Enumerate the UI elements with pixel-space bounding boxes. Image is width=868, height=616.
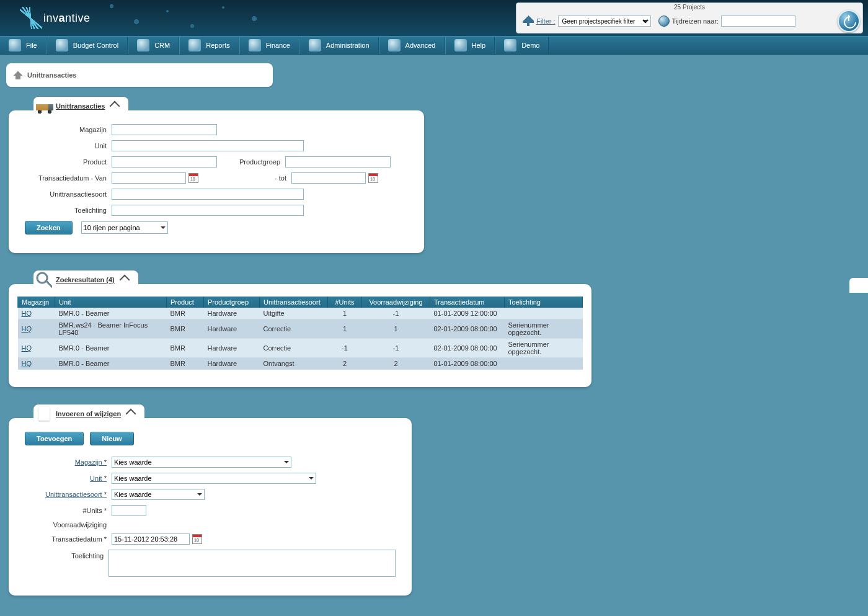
label-soort: Unittransactiesoort [25, 190, 112, 198]
cell-toelichting [505, 358, 583, 370]
cell-groep: Hardware [204, 319, 260, 339]
menu-help[interactable]: Help [445, 37, 495, 54]
col-datum[interactable]: Transactiedatum [430, 297, 505, 308]
advanced-icon [388, 39, 401, 51]
col-toelichting[interactable]: Toelichting [505, 297, 583, 308]
cell-unit: BMR.0 - Beamer [55, 339, 167, 358]
edit-panel: Toevoegen Nieuw Magazijn * Kies waarde U… [9, 418, 412, 596]
cell-product: BMR [167, 358, 204, 370]
label-product: Product [25, 158, 112, 166]
input-productgroep[interactable] [285, 156, 391, 167]
input-datum-tot[interactable] [291, 172, 366, 184]
cell-groep: Hardware [204, 308, 260, 319]
col-magazijn[interactable]: Magazijn [18, 297, 55, 308]
results-panel-title: Zoekresultaten (4) [56, 276, 115, 283]
input-edit-units[interactable] [112, 505, 146, 516]
menu-demo[interactable]: Demo [495, 37, 549, 54]
menu-reports[interactable]: Reports [179, 37, 239, 54]
finance-icon [249, 39, 261, 51]
table-row[interactable]: HQBMR.0 - BeamerBMRHardwareUitgifte1-101… [18, 308, 583, 319]
col-soort[interactable]: Unittransactiesoort [260, 297, 328, 308]
cell-toelichting: Serienummer opgezocht. [505, 319, 583, 339]
cell-unit: BMR.0 - Beamer [55, 308, 167, 319]
menu-advanced[interactable]: Advanced [379, 37, 445, 54]
select-edit-magazijn[interactable]: Kies waarde [112, 457, 291, 468]
input-soort[interactable] [112, 189, 304, 200]
textarea-edit-toelichting[interactable] [108, 550, 396, 577]
menu-label: Administration [326, 42, 370, 49]
input-product[interactable] [112, 156, 217, 167]
brand-prefix: inv [43, 12, 59, 24]
menu-label: File [26, 42, 37, 49]
label-edit-magazijn[interactable]: Magazijn * [25, 458, 112, 466]
document-icon [36, 406, 53, 422]
cell-unit: BMR.0 - Beamer [55, 358, 167, 370]
link-magazijn[interactable]: HQ [22, 360, 32, 367]
label-edit-toelichting: Toelichting [25, 550, 108, 560]
menu-label: Advanced [405, 42, 436, 49]
menu-budget-control[interactable]: Budget Control [46, 37, 128, 54]
input-datum-van[interactable] [112, 172, 186, 184]
input-magazijn[interactable] [112, 124, 217, 135]
header-toolbar: 25 Projects Filter : Geen projectspecifi… [516, 2, 863, 33]
menu-label: Budget Control [73, 42, 118, 49]
menu-label: Finance [266, 42, 290, 49]
zoeken-button[interactable]: Zoeken [25, 221, 73, 234]
input-unit[interactable] [112, 140, 304, 151]
menu-administration[interactable]: Administration [299, 37, 379, 54]
edit-panel-tab[interactable]: Invoeren of wijzigen [33, 404, 144, 423]
power-button[interactable] [838, 10, 860, 32]
calendar-icon[interactable] [192, 534, 202, 544]
menu-crm[interactable]: CRM [128, 37, 179, 54]
results-panel-tab[interactable]: Zoekresultaten (4) [33, 270, 138, 289]
filter-icon [523, 16, 534, 27]
cell-toelichting [505, 308, 583, 319]
search-panel-tab[interactable]: Unittransacties [33, 97, 128, 115]
link-magazijn[interactable]: HQ [22, 325, 32, 333]
edit-panel-title: Invoeren of wijzigen [56, 410, 121, 417]
select-edit-soort[interactable]: Kies waarde [112, 489, 205, 500]
label-edit-soort[interactable]: Unittransactiesoort * [25, 491, 112, 498]
menu-file[interactable]: File [0, 37, 46, 54]
link-magazijn[interactable]: HQ [22, 310, 32, 317]
reports-icon [188, 39, 201, 51]
nieuw-button[interactable]: Nieuw [90, 432, 133, 445]
table-row[interactable]: HQBMR.ws24 - Beamer InFocus LP540BMRHard… [18, 319, 583, 339]
col-productgroep[interactable]: Productgroep [204, 297, 260, 308]
cell-units: 1 [328, 308, 362, 319]
input-toelichting[interactable] [112, 205, 304, 216]
time-travel-input[interactable] [721, 16, 795, 27]
demo-icon [504, 39, 516, 51]
col-voorraad[interactable]: Voorraadwijziging [362, 297, 430, 308]
col-product[interactable]: Product [167, 297, 204, 308]
results-side-tab [849, 278, 868, 293]
calendar-icon[interactable] [368, 173, 378, 183]
col-units[interactable]: #Units [328, 297, 362, 308]
page-size-select[interactable]: 10 rijen per pagina [81, 221, 168, 234]
table-row[interactable]: HQBMR.0 - BeamerBMRHardwareOntvangst2201… [18, 358, 583, 370]
menu-finance[interactable]: Finance [239, 37, 299, 54]
label-edit-unit[interactable]: Unit * [25, 475, 112, 482]
calendar-icon[interactable] [188, 173, 198, 183]
projects-count: 25 Projects [516, 3, 862, 11]
label-productgroep: Productgroep [217, 158, 285, 166]
cell-product: BMR [167, 319, 204, 339]
label-edit-units: #Units * [25, 507, 112, 514]
input-edit-datum[interactable] [112, 533, 190, 545]
select-edit-unit[interactable]: Kies waarde [112, 473, 316, 484]
toevoegen-button[interactable]: Toevoegen [25, 432, 84, 445]
col-unit[interactable]: Unit [55, 297, 167, 308]
cell-soort: Ontvangst [260, 358, 328, 370]
table-row[interactable]: HQBMR.0 - BeamerBMRHardwareCorrectie-1-1… [18, 339, 583, 358]
cell-units: 2 [328, 358, 362, 370]
link-magazijn[interactable]: HQ [22, 344, 32, 352]
home-icon[interactable] [14, 71, 22, 79]
label-datum-tot: - tot [198, 174, 291, 182]
filter-label[interactable]: Filter : [536, 17, 556, 25]
results-panel: Magazijn Unit Product Productgroep Unitt… [9, 284, 591, 387]
cell-toelichting: Serienummer opgezocht. [505, 339, 583, 358]
chevron-up-icon [110, 101, 120, 112]
filter-select[interactable]: Geen projectspecifiek filter [558, 16, 651, 27]
cell-units: 1 [328, 319, 362, 339]
cell-datum: 01-01-2009 12:00:00 [430, 308, 505, 319]
